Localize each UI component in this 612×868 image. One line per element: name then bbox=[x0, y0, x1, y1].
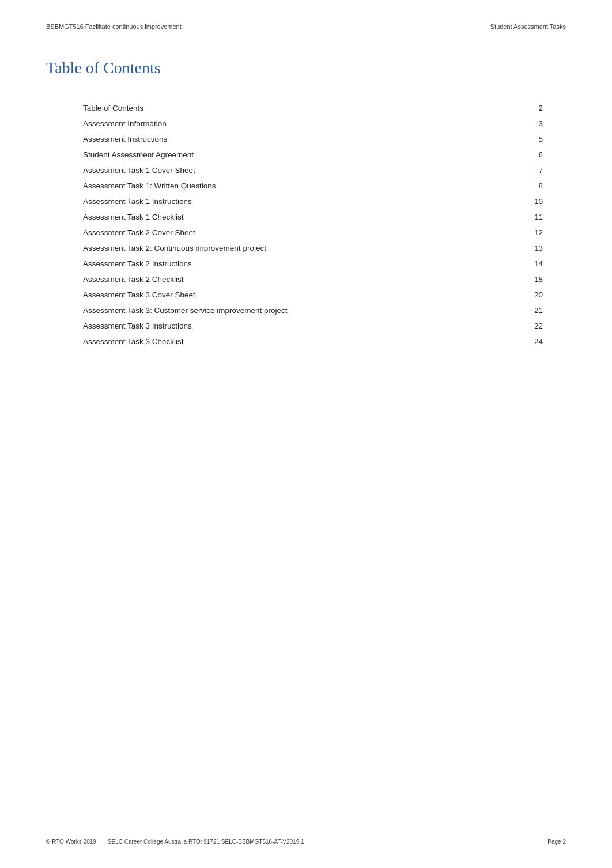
toc-entry-page: 21 bbox=[493, 303, 566, 318]
page-container: BSBMGT516 Facilitate continuous improvem… bbox=[0, 0, 612, 868]
toc-row: Assessment Task 3 Cover Sheet20 bbox=[81, 287, 566, 303]
footer-page: Page 2 bbox=[547, 839, 566, 845]
toc-entry-page: 18 bbox=[493, 271, 566, 287]
toc-row: Assessment Task 2 Cover Sheet12 bbox=[81, 225, 566, 240]
toc-row: Assessment Task 1 Cover Sheet7 bbox=[81, 163, 566, 178]
toc-entry-label: Assessment Information bbox=[81, 116, 493, 131]
toc-entry-label: Table of Contents bbox=[81, 100, 493, 116]
footer-college: SELC Career College Australia RTO: 91721… bbox=[108, 839, 304, 845]
toc-row: Assessment Task 2: Continuous improvemen… bbox=[81, 240, 566, 256]
toc-entry-label: Assessment Task 3 Cover Sheet bbox=[81, 287, 493, 303]
toc-entry-label: Assessment Instructions bbox=[81, 131, 493, 147]
toc-entry-page: 2 bbox=[493, 100, 566, 116]
toc-entry-page: 6 bbox=[493, 147, 566, 163]
toc-entry-page: 22 bbox=[493, 318, 566, 334]
page-header: BSBMGT516 Facilitate continuous improvem… bbox=[46, 23, 566, 36]
toc-row: Table of Contents2 bbox=[81, 100, 566, 116]
toc-entry-label: Assessment Task 1 Checklist bbox=[81, 209, 493, 225]
toc-entry-page: 5 bbox=[493, 131, 566, 147]
toc-entry-page: 8 bbox=[493, 178, 566, 194]
toc-entry-page: 11 bbox=[493, 209, 566, 225]
toc-entry-label: Assessment Task 3 Checklist bbox=[81, 334, 493, 349]
footer-left: © RTO Works 2019 SELC Career College Aus… bbox=[46, 839, 304, 845]
footer-copyright: © RTO Works 2019 bbox=[46, 839, 96, 845]
toc-row: Student Assessment Agreement6 bbox=[81, 147, 566, 163]
toc-entry-page: 20 bbox=[493, 287, 566, 303]
toc-row: Assessment Task 1 Instructions10 bbox=[81, 194, 566, 209]
toc-entry-label: Assessment Task 1 Instructions bbox=[81, 194, 493, 209]
toc-entry-page: 24 bbox=[493, 334, 566, 349]
toc-entry-page: 10 bbox=[493, 194, 566, 209]
toc-entry-label: Assessment Task 2: Continuous improvemen… bbox=[81, 240, 493, 256]
toc-row: Assessment Task 3 Instructions22 bbox=[81, 318, 566, 334]
toc-row: Assessment Task 2 Instructions14 bbox=[81, 256, 566, 271]
toc-entry-label: Assessment Task 3: Customer service impr… bbox=[81, 303, 493, 318]
toc-entry-label: Assessment Task 2 Cover Sheet bbox=[81, 225, 493, 240]
toc-entry-label: Assessment Task 1 Cover Sheet bbox=[81, 163, 493, 178]
header-right: Student Assessment Tasks bbox=[490, 23, 566, 30]
toc-entry-page: 12 bbox=[493, 225, 566, 240]
toc-entry-page: 7 bbox=[493, 163, 566, 178]
header-left: BSBMGT516 Facilitate continuous improvem… bbox=[46, 23, 182, 30]
toc-title: Table of Contents bbox=[46, 59, 566, 77]
toc-entry-label: Student Assessment Agreement bbox=[81, 147, 493, 163]
toc-entry-label: Assessment Task 2 Checklist bbox=[81, 271, 493, 287]
toc-row: Assessment Task 3: Customer service impr… bbox=[81, 303, 566, 318]
toc-entry-label: Assessment Task 2 Instructions bbox=[81, 256, 493, 271]
toc-entry-label: Assessment Task 3 Instructions bbox=[81, 318, 493, 334]
toc-entry-page: 3 bbox=[493, 116, 566, 131]
toc-row: Assessment Instructions5 bbox=[81, 131, 566, 147]
toc-entry-page: 13 bbox=[493, 240, 566, 256]
toc-entry-page: 14 bbox=[493, 256, 566, 271]
toc-entry-label: Assessment Task 1: Written Questions bbox=[81, 178, 493, 194]
toc-row: Assessment Task 3 Checklist24 bbox=[81, 334, 566, 349]
toc-table: Table of Contents2Assessment Information… bbox=[81, 100, 566, 349]
toc-row: Assessment Task 2 Checklist18 bbox=[81, 271, 566, 287]
toc-row: Assessment Information3 bbox=[81, 116, 566, 131]
page-footer: © RTO Works 2019 SELC Career College Aus… bbox=[46, 839, 566, 845]
toc-row: Assessment Task 1: Written Questions8 bbox=[81, 178, 566, 194]
toc-row: Assessment Task 1 Checklist11 bbox=[81, 209, 566, 225]
